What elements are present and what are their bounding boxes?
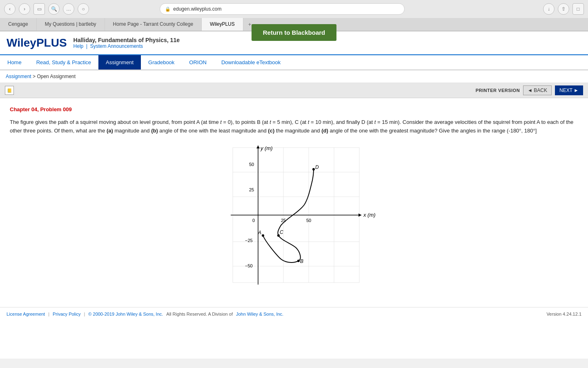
download-button[interactable]: ↓ bbox=[543, 3, 555, 15]
svg-text:0: 0 bbox=[252, 218, 255, 223]
nav-read-study[interactable]: Read, Study & Practice bbox=[29, 55, 98, 70]
svg-marker-12 bbox=[359, 213, 361, 217]
book-title: Halliday, Fundamentals of Physics, 11e bbox=[74, 37, 180, 43]
header-info: Halliday, Fundamentals of Physics, 11e H… bbox=[74, 37, 180, 49]
help-link[interactable]: Help bbox=[74, 43, 84, 49]
privacy-link[interactable]: Privacy Policy bbox=[53, 312, 80, 316]
next-nav-button[interactable]: NEXT ► bbox=[555, 85, 583, 95]
problem-title: Chapter 04, Problem 009 bbox=[10, 106, 578, 112]
printer-version-button[interactable]: PRINTER VERSION bbox=[476, 88, 520, 93]
announcements-link[interactable]: System Announcements bbox=[90, 43, 143, 49]
page-wrapper: WileyPLUS Halliday, Fundamentals of Phys… bbox=[0, 31, 588, 359]
tab-tarrant[interactable]: Home Page - Tarrant County College bbox=[105, 18, 202, 31]
address-bar[interactable]: 🔒 edugen.wileyplus.com bbox=[160, 3, 405, 15]
browser-toolbar: ‹ › ▭ 🔍 … ○ 🔒 edugen.wileyplus.com ↓ ⇧ □ bbox=[0, 0, 588, 18]
version-text: Version 4.24.12.1 bbox=[546, 312, 581, 316]
breadcrumb-separator: > bbox=[33, 74, 37, 79]
return-blackboard-button[interactable]: Return to Blackboard bbox=[252, 24, 337, 41]
url-text: edugen.wileyplus.com bbox=[173, 6, 221, 12]
tab-overview-button[interactable]: 🔍 bbox=[48, 3, 60, 15]
breadcrumb: Assignment > Open Assignment bbox=[0, 70, 588, 83]
svg-text:C: C bbox=[280, 229, 283, 235]
problem-content: Chapter 04, Problem 009 The figure gives… bbox=[0, 98, 588, 307]
more-button[interactable]: … bbox=[63, 3, 74, 15]
breadcrumb-assignment-link[interactable]: Assignment bbox=[6, 74, 31, 79]
svg-point-29 bbox=[312, 168, 315, 171]
lock-icon: 🔒 bbox=[165, 7, 171, 12]
problem-toolbar: 📒 PRINTER VERSION ◄ BACK NEXT ► bbox=[0, 83, 588, 98]
nav-orion[interactable]: ORION bbox=[182, 55, 214, 70]
svg-text:50: 50 bbox=[249, 162, 254, 167]
svg-text:25: 25 bbox=[249, 187, 254, 192]
svg-text:50: 50 bbox=[306, 218, 311, 223]
svg-marker-13 bbox=[256, 146, 260, 148]
forward-button[interactable]: › bbox=[19, 3, 30, 15]
wiley-logo: WileyPLUS bbox=[7, 36, 67, 49]
toolbar-left: 📒 bbox=[5, 86, 14, 95]
svg-text:D: D bbox=[315, 164, 319, 170]
nav-assignment[interactable]: Assignment bbox=[98, 55, 141, 70]
logo-text: WileyPLUS bbox=[7, 36, 67, 49]
svg-text:x (m): x (m) bbox=[363, 212, 376, 218]
share-button[interactable]: ⇧ bbox=[558, 3, 569, 15]
license-link[interactable]: License Agreement bbox=[7, 312, 45, 316]
notebook-icon[interactable]: 📒 bbox=[5, 86, 14, 95]
nav-etextbook[interactable]: Downloadable eTextbook bbox=[214, 55, 288, 70]
svg-point-23 bbox=[262, 234, 264, 237]
svg-point-25 bbox=[297, 260, 300, 262]
tab-cengage[interactable]: Cengage bbox=[0, 18, 37, 31]
browser-actions: ↓ ⇧ □ bbox=[543, 3, 584, 15]
nav-gradebook[interactable]: Gradebook bbox=[141, 55, 182, 70]
content-area: 📒 PRINTER VERSION ◄ BACK NEXT ► Chapter … bbox=[0, 83, 588, 307]
tab-bartleby[interactable]: My Questions | bartleby bbox=[37, 18, 105, 31]
svg-text:y (m): y (m) bbox=[260, 145, 273, 151]
squirrel-path-graph: x (m) y (m) 25 50 25 50 −25 − bbox=[212, 144, 376, 299]
nav-home[interactable]: Home bbox=[0, 55, 29, 70]
rights-text: All Rights Reserved. A Division of bbox=[166, 312, 233, 316]
back-button[interactable]: ‹ bbox=[4, 3, 16, 15]
division-link[interactable]: John Wiley & Sons, Inc. bbox=[236, 312, 283, 316]
window-button[interactable]: □ bbox=[572, 3, 584, 15]
svg-text:−25: −25 bbox=[245, 238, 253, 243]
reload-button[interactable]: ○ bbox=[78, 3, 89, 15]
toolbar-right: PRINTER VERSION ◄ BACK NEXT ► bbox=[476, 85, 583, 95]
svg-text:A: A bbox=[258, 230, 261, 236]
footer-links: License Agreement | Privacy Policy | © 2… bbox=[7, 312, 283, 316]
problem-text: The figure gives the path of a squirrel … bbox=[10, 118, 578, 135]
graph-container: x (m) y (m) 25 50 25 50 −25 − bbox=[10, 144, 578, 299]
breadcrumb-current: Open Assignment bbox=[37, 74, 76, 79]
main-nav: Home Read, Study & Practice Assignment G… bbox=[0, 55, 588, 70]
svg-text:B: B bbox=[300, 258, 303, 264]
tab-wileyplus[interactable]: WileyPLUS bbox=[202, 18, 243, 31]
svg-text:−50: −50 bbox=[245, 263, 253, 268]
header-links: Help | System Announcements bbox=[74, 43, 180, 49]
sidebar-button[interactable]: ▭ bbox=[33, 3, 45, 15]
site-footer: License Agreement | Privacy Policy | © 2… bbox=[0, 307, 588, 321]
svg-text:25: 25 bbox=[281, 218, 286, 223]
back-nav-button[interactable]: ◄ BACK bbox=[523, 85, 552, 95]
copyright-link[interactable]: © 2000-2019 John Wiley & Sons, Inc. bbox=[88, 312, 163, 316]
